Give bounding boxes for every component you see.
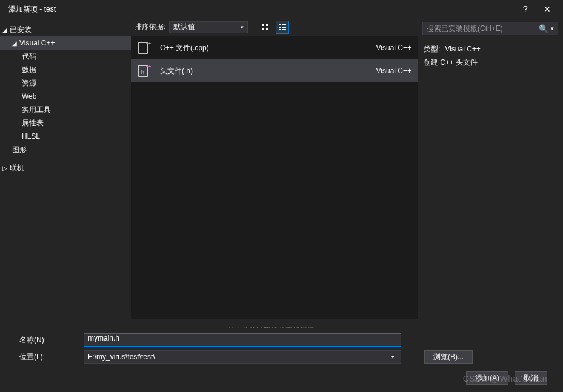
tree-item-hlsl[interactable]: HLSL — [0, 130, 131, 143]
detail-panel: 🔍 ▾ 类型: Visual C++ 创建 C++ 头文件 — [418, 18, 563, 339]
svg-rect-7 — [282, 27, 286, 28]
svg-rect-4 — [279, 24, 281, 25]
list-icon — [278, 23, 287, 32]
bottom-form: 名称(N): 位置(L): ▾ 浏览(B)... 添加(A) 取消 — [0, 328, 563, 392]
sort-dropdown[interactable]: 默认值 ▾ — [169, 21, 248, 33]
tree-item-propsheet[interactable]: 属性表 — [0, 116, 131, 130]
header-file-icon: h ++ — [137, 64, 152, 78]
center-panel: 排序依据: 默认值 ▾ — [131, 18, 418, 339]
svg-rect-6 — [279, 27, 281, 28]
name-input[interactable] — [88, 334, 397, 342]
name-input-wrap[interactable] — [84, 333, 401, 347]
tree-installed[interactable]: ◢ 已安装 — [0, 23, 131, 36]
tree-label: 资源 — [22, 78, 36, 88]
sort-label: 排序依据: — [135, 22, 165, 32]
add-button[interactable]: 添加(A) — [466, 371, 508, 385]
svg-rect-1 — [266, 24, 268, 26]
category-tree: ◢ 已安装 ◢ Visual C++ 代码 数据 资源 Web 实用工具 属性表… — [0, 18, 131, 339]
location-label: 位置(L): — [19, 352, 78, 362]
tree-label: HLSL — [22, 132, 40, 141]
template-list: ++ C++ 文件(.cpp) Visual C++ h ++ 头文件(.h) … — [131, 36, 418, 319]
svg-rect-2 — [262, 28, 264, 30]
tree-label: 数据 — [22, 65, 36, 75]
arrow-right-icon: ▷ — [2, 165, 10, 171]
search-box[interactable]: 🔍 ▾ — [422, 22, 558, 35]
template-row[interactable]: h ++ 头文件(.h) Visual C++ — [131, 59, 418, 82]
chevron-down-icon: ▾ — [241, 24, 244, 30]
svg-rect-5 — [282, 24, 286, 25]
tree-label: 联机 — [10, 163, 24, 173]
svg-text:++: ++ — [146, 41, 151, 45]
tree-label: 已安装 — [10, 25, 32, 35]
svg-text:++: ++ — [146, 64, 151, 68]
template-row[interactable]: ++ C++ 文件(.cpp) Visual C++ — [131, 36, 418, 59]
tree-label: 属性表 — [22, 118, 44, 128]
tree-item-data[interactable]: 数据 — [0, 63, 131, 76]
tree-item-util[interactable]: 实用工具 — [0, 103, 131, 116]
tree-visual-cpp[interactable]: ◢ Visual C++ — [0, 36, 131, 50]
cancel-button[interactable]: 取消 — [515, 371, 547, 385]
tree-label: 实用工具 — [22, 105, 51, 115]
chevron-down-icon[interactable]: ▾ — [389, 354, 397, 360]
arrow-down-icon: ◢ — [2, 27, 10, 33]
help-button[interactable]: ? — [515, 0, 536, 18]
browse-button[interactable]: 浏览(B)... — [424, 350, 473, 364]
main-area: ◢ 已安装 ◢ Visual C++ 代码 数据 资源 Web 实用工具 属性表… — [0, 18, 563, 339]
svg-rect-8 — [279, 29, 281, 30]
tree-item-resource[interactable]: 资源 — [0, 76, 131, 90]
svg-rect-3 — [266, 28, 268, 30]
title-bar: 添加新项 - test ? ✕ — [0, 0, 563, 18]
tree-item-web[interactable]: Web — [0, 90, 131, 103]
detail-description: 创建 C++ 头文件 — [424, 56, 557, 69]
template-lang: Visual C++ — [376, 44, 411, 52]
view-list-button[interactable] — [276, 21, 289, 34]
detail-body: 类型: Visual C++ 创建 C++ 头文件 — [418, 39, 563, 73]
search-icon: 🔍 — [539, 24, 548, 33]
svg-rect-0 — [262, 24, 264, 26]
sort-selected: 默认值 — [173, 22, 195, 32]
svg-text:h: h — [141, 69, 145, 75]
search-wrap: 🔍 ▾ — [418, 18, 563, 39]
view-grid-button[interactable] — [259, 21, 272, 34]
search-input[interactable] — [427, 24, 539, 33]
template-name: 头文件(.h) — [160, 66, 376, 76]
location-input-wrap[interactable]: ▾ — [84, 350, 401, 364]
cpp-file-icon: ++ — [137, 41, 152, 55]
type-label: 类型: — [424, 42, 440, 56]
tree-label: Web — [22, 92, 36, 101]
type-value: Visual C++ — [445, 42, 480, 56]
close-button[interactable]: ✕ — [536, 0, 558, 18]
tree-item-graphics[interactable]: 图形 — [0, 143, 131, 156]
svg-rect-9 — [282, 29, 286, 30]
dropdown-icon: ▾ — [551, 25, 554, 32]
tree-online[interactable]: ▷ 联机 — [0, 161, 131, 174]
tree-label: 图形 — [12, 145, 27, 155]
tree-item-code[interactable]: 代码 — [0, 50, 131, 63]
tree-label: 代码 — [22, 51, 36, 62]
template-name: C++ 文件(.cpp) — [160, 43, 376, 53]
name-label: 名称(N): — [19, 335, 78, 345]
sort-bar: 排序依据: 默认值 ▾ — [131, 18, 418, 36]
tree-label: Visual C++ — [19, 39, 55, 47]
template-lang: Visual C++ — [376, 67, 411, 75]
window-title: 添加新项 - test — [5, 4, 515, 15]
arrow-down-icon: ◢ — [12, 40, 19, 47]
grid-icon — [261, 23, 270, 32]
location-input[interactable] — [88, 353, 389, 361]
